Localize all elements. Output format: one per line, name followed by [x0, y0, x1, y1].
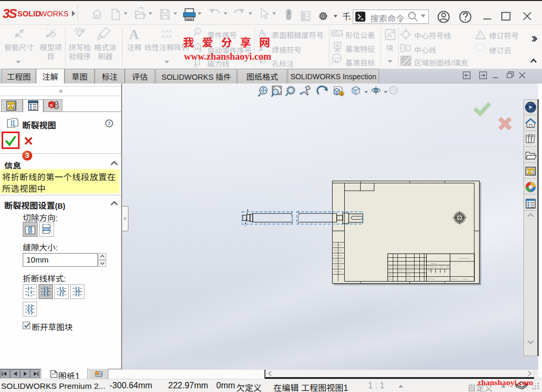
svg-text:0.3: 0.3	[337, 32, 343, 36]
svg-text:A1: A1	[334, 59, 339, 63]
svg-text:S: S	[50, 103, 53, 108]
svg-text:千: 千	[342, 10, 351, 22]
svg-text:A: A	[387, 31, 392, 39]
svg-text:AAA: AAA	[161, 29, 172, 34]
svg-text:3S: 3S	[3, 6, 17, 21]
svg-text:AAA: AAA	[161, 34, 172, 39]
svg-text:A: A	[129, 27, 139, 42]
svg-text:?: ?	[108, 120, 111, 126]
svg-text:!: !	[479, 33, 481, 39]
svg-text:SOLID: SOLID	[17, 10, 41, 18]
svg-text:WORKS: WORKS	[40, 10, 69, 18]
svg-text:A: A	[336, 43, 339, 49]
svg-text:$: $	[341, 92, 343, 96]
